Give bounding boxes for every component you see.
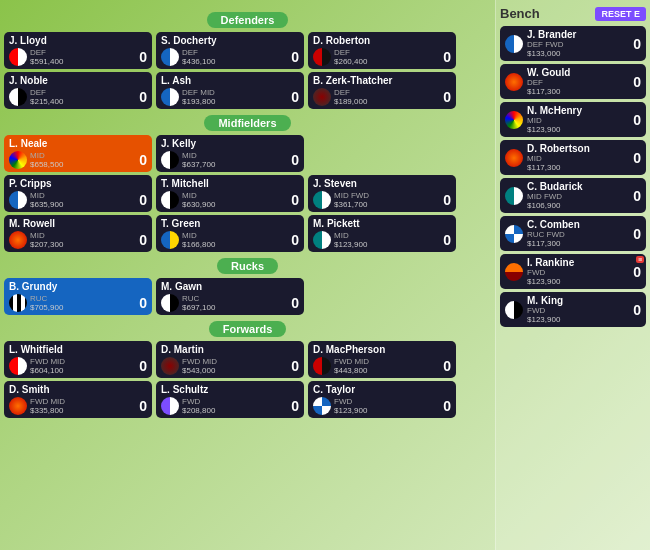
player-price: $635,900	[30, 200, 63, 209]
bench-player-name: N. McHenry	[527, 105, 582, 116]
player-card[interactable]: J. LloydDEF$591,4000	[4, 32, 152, 69]
player-info: RUC$705,900	[9, 294, 63, 312]
player-name: J. Steven	[313, 178, 451, 189]
bench-player-right: 0	[633, 188, 641, 204]
bench-player-score: 0	[633, 264, 641, 280]
player-bottom: MID$630,9000	[161, 191, 299, 209]
player-card[interactable]: L. NealeMID$658,5000	[4, 135, 152, 172]
player-price: $630,900	[182, 200, 215, 209]
player-price: $189,000	[334, 97, 367, 106]
player-ball-icon	[9, 191, 27, 209]
player-card[interactable]: B. GrundyRUC$705,9000	[4, 278, 152, 315]
player-name: M. Rowell	[9, 218, 147, 229]
player-info: DEF$260,400	[313, 48, 367, 66]
player-card[interactable]: M. GawnRUC$697,1000	[156, 278, 304, 315]
player-card[interactable]: J. NobleDEF$215,4000	[4, 72, 152, 109]
player-bottom: FWD MID$543,0000	[161, 357, 299, 375]
player-price: $193,800	[182, 97, 215, 106]
player-score: 0	[139, 192, 147, 208]
bench-player-card[interactable]: C. CombenRUC FWD$117,3000	[500, 216, 646, 251]
bench-player-card[interactable]: C. BudarickMID FWD$106,9000	[500, 178, 646, 213]
bench-player-right: 0	[633, 226, 641, 242]
bench-player-price: $123,900	[527, 315, 563, 324]
bench-player-card[interactable]: W. GouldDEF$117,3000	[500, 64, 646, 99]
player-price: $123,900	[334, 406, 367, 415]
player-name: B. Grundy	[9, 281, 147, 292]
player-ball-icon	[9, 231, 27, 249]
player-card[interactable]: T. MitchellMID$630,9000	[156, 175, 304, 212]
bench-area: Bench RESET E J. BranderDEF FWD$133,0000…	[495, 0, 650, 550]
player-bottom: FWD$123,9000	[313, 397, 451, 415]
player-card[interactable]: D. MartinFWD MID$543,0000	[156, 341, 304, 378]
bench-player-name: C. Budarick	[527, 181, 583, 192]
player-card[interactable]: S. DochertyDEF$436,1000	[156, 32, 304, 69]
player-position: FWD MID	[334, 357, 369, 366]
player-card[interactable]: L. WhitfieldFWD MID$604,1000	[4, 341, 152, 378]
bench-player-position: FWD	[527, 306, 563, 315]
bench-player-info: J. BranderDEF FWD$133,000	[527, 29, 576, 58]
player-name: M. Pickett	[313, 218, 451, 229]
player-pos-price: MID$630,900	[182, 191, 215, 209]
player-card[interactable]: C. TaylorFWD$123,9000	[308, 381, 456, 418]
bench-player-left: D. RobertsonMID$117,300	[505, 143, 590, 172]
player-score: 0	[291, 152, 299, 168]
player-pos-price: DEF$215,400	[30, 88, 63, 106]
player-info: DEF$591,400	[9, 48, 63, 66]
player-card[interactable]: B. Zerk-ThatcherDEF$189,0000	[308, 72, 456, 109]
player-price: $658,500	[30, 160, 63, 169]
player-info: FWD$123,900	[313, 397, 367, 415]
player-position: FWD	[182, 397, 215, 406]
bench-player-card[interactable]: N. McHenryMID$123,9000	[500, 102, 646, 137]
player-position: FWD MID	[182, 357, 217, 366]
player-bottom: FWD MID$443,8000	[313, 357, 451, 375]
player-card[interactable]: P. CrippsMID$635,9000	[4, 175, 152, 212]
bench-player-position: MID	[527, 154, 590, 163]
bench-player-right: 0	[633, 36, 641, 52]
player-card[interactable]: D. MacPhersonFWD MID$443,8000	[308, 341, 456, 378]
player-position: DEF	[334, 48, 367, 57]
reset-button[interactable]: RESET E	[595, 7, 646, 21]
player-info: MID$635,900	[9, 191, 63, 209]
player-bottom: DEF$591,4000	[9, 48, 147, 66]
bench-player-name: D. Robertson	[527, 143, 590, 154]
player-card[interactable]: L. SchultzFWD$208,8000	[156, 381, 304, 418]
bench-player-score: 0	[633, 36, 641, 52]
player-card[interactable]: J. StevenMID FWD$361,7000	[308, 175, 456, 212]
player-ball-icon	[161, 397, 179, 415]
player-name: C. Taylor	[313, 384, 451, 395]
player-pos-price: RUC$697,100	[182, 294, 215, 312]
player-bottom: MID$637,7000	[161, 151, 299, 169]
bench-player-card[interactable]: D. RobertsonMID$117,3000	[500, 140, 646, 175]
player-pos-price: FWD$208,800	[182, 397, 215, 415]
bench-player-card[interactable]: J. BranderDEF FWD$133,0000	[500, 26, 646, 61]
bench-player-ball-icon	[505, 73, 523, 91]
player-info: FWD MID$604,100	[9, 357, 65, 375]
bench-player-left: N. McHenryMID$123,900	[505, 105, 582, 134]
player-bottom: MID$166,8000	[161, 231, 299, 249]
bench-player-position: MID FWD	[527, 192, 583, 201]
bench-player-ball-icon	[505, 35, 523, 53]
player-card[interactable]: M. PickettMID$123,9000	[308, 215, 456, 252]
player-bottom: MID$123,9000	[313, 231, 451, 249]
bench-player-left: C. CombenRUC FWD$117,300	[505, 219, 580, 248]
player-position: MID	[182, 231, 215, 240]
player-name: D. Smith	[9, 384, 147, 395]
player-card[interactable]: L. AshDEF MID$193,8000	[156, 72, 304, 109]
player-card[interactable]: D. SmithFWD MID$335,8000	[4, 381, 152, 418]
player-card[interactable]: T. GreenMID$166,8000	[156, 215, 304, 252]
bench-player-info: N. McHenryMID$123,900	[527, 105, 582, 134]
player-card[interactable]: M. RowellMID$207,3000	[4, 215, 152, 252]
player-score: 0	[291, 232, 299, 248]
player-bottom: FWD MID$604,1000	[9, 357, 147, 375]
bench-player-info: D. RobertsonMID$117,300	[527, 143, 590, 172]
bench-player-price: $123,900	[527, 277, 574, 286]
player-card[interactable]: D. RobertonDEF$260,4000	[308, 32, 456, 69]
bench-player-name: W. Gould	[527, 67, 570, 78]
rucks-row-1: B. GrundyRUC$705,9000M. GawnRUC$697,1000	[4, 278, 491, 315]
player-card[interactable]: J. KellyMID$637,7000	[156, 135, 304, 172]
player-price: $123,900	[334, 240, 367, 249]
bench-player-card[interactable]: ≡I. RankineFWD$123,9000	[500, 254, 646, 289]
bench-player-info: C. CombenRUC FWD$117,300	[527, 219, 580, 248]
bench-player-card[interactable]: M. KingFWD$123,9000	[500, 292, 646, 327]
player-price: $543,000	[182, 366, 217, 375]
